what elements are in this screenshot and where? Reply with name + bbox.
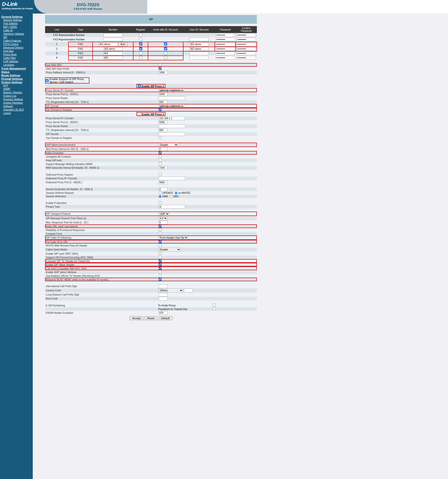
- line-3-invite[interactable]: [164, 51, 167, 55]
- nav-digit-map[interactable]: Digit Map: [1, 50, 33, 53]
- line-2-register[interactable]: [139, 47, 142, 50]
- nav-caller-id[interactable]: Caller ID: [1, 29, 33, 32]
- nav-route[interactable]: Route Settings: [1, 74, 33, 77]
- sel-callee-quick[interactable]: Disable: [159, 248, 181, 252]
- inp-proxy2-realm[interactable]: [159, 124, 185, 128]
- sel-sip-caller-obtain[interactable]: From-Header User Name: [159, 236, 188, 240]
- inp-max-response[interactable]: [159, 221, 167, 224]
- cb-dns-srv-auto[interactable]: [159, 67, 162, 70]
- cb-invite-rpid[interactable]: [159, 244, 162, 247]
- fxs-rep-pw[interactable]: [216, 33, 235, 37]
- fxs-rep-register[interactable]: [139, 33, 142, 36]
- inp-enum-header[interactable]: [159, 311, 167, 315]
- nav-cdr-settings[interactable]: CDR Settings: [1, 60, 33, 63]
- line-4-register[interactable]: [139, 56, 142, 59]
- nav-system[interactable]: System Settings: [1, 81, 33, 84]
- line-1-number[interactable]: [99, 42, 118, 46]
- radio-uac[interactable]: [169, 195, 172, 198]
- nav-qos-settings[interactable]: QoS Settings: [1, 22, 33, 25]
- nav-advanced-options[interactable]: Advanced Options: [1, 46, 33, 50]
- inp-proxy2-domain[interactable]: [159, 132, 185, 136]
- line-3-number[interactable]: [103, 51, 123, 55]
- line-3-pw[interactable]: [216, 51, 235, 55]
- nav-status[interactable]: Status: [1, 70, 33, 74]
- cb-enable-sdp-ptime[interactable]: [159, 270, 162, 273]
- line-4-pw[interactable]: [216, 56, 235, 60]
- inp-proxy2-port[interactable]: [159, 120, 167, 124]
- line-1-register[interactable]: [139, 42, 142, 46]
- cb-enable-proxy-support[interactable]: [46, 79, 49, 82]
- cb-unreg-all[interactable]: [159, 155, 162, 158]
- line-4-cpw[interactable]: [237, 56, 256, 60]
- inp-proxy1-realm[interactable]: [159, 96, 185, 100]
- line-4-number[interactable]: [103, 56, 123, 60]
- line-3-register[interactable]: [139, 51, 142, 55]
- inp-proxy1-domain[interactable]: [159, 104, 185, 108]
- default-button[interactable]: Default: [158, 316, 172, 320]
- inp-proxy1-ip[interactable]: [159, 88, 185, 92]
- cb-keep-sip-auth[interactable]: [159, 159, 162, 162]
- nav-phone-book[interactable]: Phone Book: [1, 53, 33, 56]
- nav-ntp[interactable]: NTP: [1, 84, 33, 87]
- cb-call-hold-2543[interactable]: [159, 267, 162, 270]
- nav-system-log[interactable]: System Log: [1, 94, 33, 98]
- cb-enable-sip-proxy1[interactable]: [138, 84, 141, 87]
- line-3-cpw[interactable]: [237, 51, 256, 55]
- line-2-cpw[interactable]: [237, 47, 256, 51]
- inp-bind-proxy[interactable]: [159, 147, 167, 151]
- inp-session-exp[interactable]: [159, 187, 167, 191]
- radio-reinvite[interactable]: [175, 192, 178, 195]
- sel-country-code[interactable]: (Other): [159, 288, 183, 293]
- inp-proxy2-ip[interactable]: [159, 116, 185, 120]
- cb-invite-url[interactable]: [159, 225, 162, 228]
- inp-mwi-interval[interactable]: [159, 166, 167, 170]
- cb-enable-sip-proxy2[interactable]: [138, 112, 141, 115]
- line-2-number[interactable]: [103, 47, 123, 51]
- nav-backup-restore[interactable]: Backup / Restore: [1, 91, 33, 94]
- cb-put-caller-uri[interactable]: [159, 240, 162, 243]
- inp-country-code[interactable]: [184, 289, 193, 292]
- nav-snmp[interactable]: SNMP: [1, 87, 33, 91]
- inp-proxy1-ttl[interactable]: [159, 100, 167, 104]
- cb-enable-passerted[interactable]: [159, 201, 162, 204]
- cb-support-uri-pct[interactable]: [159, 256, 162, 259]
- cb-enable-allow[interactable]: [159, 263, 162, 266]
- cb-compact-form[interactable]: [159, 232, 162, 235]
- nav-trunk[interactable]: Trunk Management: [1, 67, 33, 70]
- reset-button[interactable]: Reset: [145, 316, 157, 320]
- line-4-invite[interactable]: [164, 56, 167, 59]
- nav-pstn-control[interactable]: PSTN Control: [1, 43, 33, 46]
- line-2-invite[interactable]: [164, 47, 167, 50]
- fxo-rep-uid[interactable]: [189, 38, 209, 41]
- fxo-rep-pw[interactable]: [216, 38, 235, 41]
- inp-intl-prefix[interactable]: [159, 284, 167, 288]
- line-2-uid[interactable]: [189, 47, 209, 51]
- line-1-pw[interactable]: [216, 42, 235, 46]
- inp-outbound-port[interactable]: [159, 181, 167, 184]
- nav-nat-ddns[interactable]: NAT / DDNS: [1, 25, 33, 29]
- inp-proxy1-port[interactable]: [159, 92, 167, 96]
- inp-long-dist[interactable]: [159, 293, 167, 297]
- inp-area-code[interactable]: [159, 297, 167, 300]
- cb-proxy1-usedomain[interactable]: [159, 108, 162, 111]
- nav-provision[interactable]: Provision Settings: [1, 98, 33, 101]
- accept-button[interactable]: Accept: [130, 316, 143, 320]
- inp-outbound-ip[interactable]: [159, 177, 185, 180]
- cb-initial-unreg[interactable]: [159, 151, 162, 154]
- inp-proxy2-ttl[interactable]: [159, 128, 167, 132]
- line-4-uid[interactable]: [189, 56, 209, 60]
- nav-sip[interactable]: SIP: [1, 36, 33, 39]
- cb-transform-transit[interactable]: [213, 307, 216, 310]
- inp-privacy-type[interactable]: [159, 205, 185, 209]
- fxo-rep-number[interactable]: [103, 38, 123, 41]
- line-1-uid[interactable]: [189, 42, 209, 46]
- fxo-rep-register[interactable]: [139, 38, 142, 41]
- fxo-rep-cpw[interactable]: [237, 38, 256, 41]
- line-2-pw[interactable]: [216, 47, 235, 51]
- cb-enable-rport[interactable]: [159, 252, 162, 255]
- radio-update[interactable]: [159, 192, 162, 195]
- cb-outbound-support[interactable]: [159, 173, 162, 176]
- radio-uas[interactable]: [159, 195, 162, 198]
- nav-telephony[interactable]: Telephony Settings: [1, 32, 33, 36]
- nav-software-upgrade[interactable]: Software Upgrade(1.02.38.0: [1, 105, 33, 112]
